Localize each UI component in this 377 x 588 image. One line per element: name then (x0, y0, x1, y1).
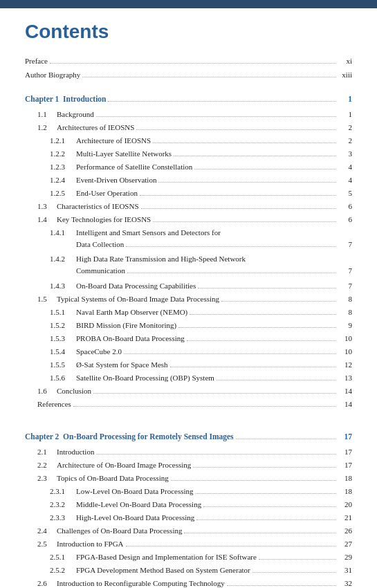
subsection-title-2-5-2: FPGA Development Method Based on System … (76, 564, 250, 576)
section-dots-1-4 (153, 221, 336, 222)
chapter-1: Chapter 1 Introduction1 (25, 93, 352, 106)
section-dots-2-2 (193, 467, 336, 468)
section-page-2-1: 17 (338, 446, 352, 458)
section-dots-1-2 (136, 129, 336, 130)
section-title-2-6: Introduction to Reconfigurable Computing… (57, 578, 225, 588)
preface-dots (50, 63, 336, 64)
subsection-dots-1-2-3 (194, 169, 336, 169)
subsection-1-2-1: 1.2.1Architecture of IEOSNS2 (50, 135, 352, 147)
subsection-title-1-5-1: Naval Earth Map Observer (NEMO) (76, 306, 187, 318)
subsection-1-2-5: 1.2.5End-User Operation5 (50, 187, 352, 199)
subsection-page-2-3-3: 21 (338, 512, 352, 524)
subsection-dots-1-5-3 (187, 340, 336, 341)
author-biography-page: xiii (338, 69, 352, 81)
subsection-title-1-2-5: End-User Operation (76, 187, 138, 199)
subsection-num-2-3-1: 2.3.1 (50, 486, 76, 497)
subsection-num-1-2-1: 1.2.1 (50, 135, 76, 147)
subsection-inner-1-4-1: 1.4.1Intelligent and Smart Sensors and D… (50, 227, 352, 252)
section-2-1: 2.1Introduction17 (37, 446, 352, 458)
subsection-1-5-5: 1.5.5Ø-Sat System for Space Mesh12 (50, 359, 352, 371)
subsection-dots-2-3-1 (196, 493, 336, 494)
section-dots-1-6 (93, 393, 336, 394)
section-num-1-6: 1.6 (37, 385, 57, 397)
page-content: Contents Preface xi Author Biography xii… (0, 8, 377, 588)
author-biography-dots (82, 77, 336, 77)
section-page-1-4: 6 (338, 214, 352, 226)
subsection-page-1-2-5: 5 (338, 187, 352, 199)
section-num-2-5: 2.5 (37, 538, 57, 550)
section-num-1-3: 1.3 (37, 201, 57, 212)
chapter-2-label: Chapter 2 (25, 431, 63, 443)
subsection-dots-2-5-2 (252, 572, 336, 573)
subsection-2-3-1: 2.3.1Low-Level On-Board Data Processing1… (50, 486, 352, 497)
section-num-1-2: 1.2 (37, 122, 57, 134)
subsection-num-1-2-4: 1.2.4 (50, 174, 76, 186)
subsection-line2-1-4-1: Data Collection7 (76, 239, 352, 250)
section-dots-1-5 (221, 301, 336, 302)
section-page-1-1: 1 (338, 109, 352, 120)
preface-page: xi (338, 55, 352, 67)
section-2-2: 2.2Architecture of On-Board Image Proces… (37, 459, 352, 471)
subsection-2-5-2: 2.5.2FPGA Development Method Based on Sy… (50, 564, 352, 576)
subsection-page-1-4-3: 7 (338, 280, 352, 292)
section-1-5: 1.5Typical Systems of On-Board Image Dat… (37, 293, 352, 305)
section-page-1-6: 14 (338, 385, 352, 397)
section-title-1-5: Typical Systems of On-Board Image Data P… (57, 293, 219, 305)
subsection-dots-2-3-2 (203, 506, 336, 507)
section-num-2-6: 2.6 (37, 578, 57, 588)
subsection-num-1-5-3: 1.5.3 (50, 333, 76, 344)
subsection-page-1-4-2: 7 (338, 265, 352, 277)
subsection-page-1-5-4: 10 (338, 346, 352, 358)
section-2-4: 2.4Challenges of On-Board Data Processin… (37, 525, 352, 537)
section-1-4: 1.4Key Technologies for IEOSNS6 (37, 214, 352, 226)
references-ch1: References14 (37, 398, 352, 410)
section-title-1-2: Architectures of IEOSNS (57, 122, 134, 134)
subsection-dots-1-2-5 (140, 195, 336, 196)
section-num-2-3: 2.3 (37, 472, 57, 484)
author-biography-label: Author Biography (25, 69, 80, 81)
subsection-page-2-3-1: 18 (338, 486, 352, 497)
subsection-title-2-5-1: FPGA-Based Design and Implementation for… (76, 551, 257, 563)
subsection-title-1-5-6: Satellite On-Board Processing (OBP) Syst… (76, 372, 214, 384)
subsection-title-2-3-3: High-Level On-Board Data Processing (76, 512, 194, 524)
subsection-num-2-5-1: 2.5.1 (50, 551, 76, 563)
section-dots-2-3 (171, 480, 336, 481)
subsection-num-1-2-2: 1.2.2 (50, 148, 76, 160)
subsection-page-1-5-3: 10 (338, 333, 352, 344)
subsection-title-1-4-3: On-Board Data Processing Capabilities (76, 280, 196, 292)
section-dots-2-5 (126, 546, 336, 546)
section-page-1-2: 2 (338, 122, 352, 134)
subsection-text-wrap-1-4-1: Intelligent and Smart Sensors and Detect… (76, 227, 352, 252)
chapter-2-dots (236, 439, 336, 439)
section-title-1-4: Key Technologies for IEOSNS (57, 214, 151, 226)
section-num-1-4: 1.4 (37, 214, 57, 226)
preface-line: Preface xi (25, 55, 352, 67)
chapter-1-dots (108, 101, 336, 102)
subsection-num-2-3-3: 2.3.3 (50, 512, 76, 524)
section-page-2-3: 18 (338, 472, 352, 484)
subsection-dots-1-2-4 (158, 182, 336, 183)
references-page-ch1: 14 (338, 398, 352, 410)
subsection-page-1-5-6: 13 (338, 372, 352, 384)
section-num-1-1: 1.1 (37, 109, 57, 120)
subsection-1-4-1: 1.4.1Intelligent and Smart Sensors and D… (50, 227, 352, 252)
subsection-dots-1-4-2 (127, 273, 336, 273)
section-page-2-6: 32 (338, 578, 352, 588)
subsection-line2-1-4-2: Communication7 (76, 265, 352, 277)
subsection-dots-2-5-1 (259, 559, 336, 560)
subsection-title-2-3-1: Low-Level On-Board Data Processing (76, 486, 194, 497)
section-title-1-6: Conclusion (57, 385, 91, 397)
section-page-2-4: 26 (338, 525, 352, 537)
section-1-2: 1.2Architectures of IEOSNS2 (37, 122, 352, 134)
references-label-ch1: References (37, 398, 71, 410)
section-page-1-5: 8 (338, 293, 352, 305)
section-1-1: 1.1Background1 (37, 109, 352, 120)
subsection-dots-1-2-1 (153, 143, 336, 143)
subsection-num-1-5-4: 1.5.4 (50, 346, 76, 358)
chapters-container: Chapter 1 Introduction11.1Background11.2… (25, 93, 352, 588)
section-dots-1-3 (141, 208, 336, 209)
subsection-num-1-5-6: 1.5.6 (50, 372, 76, 384)
section-title-2-1: Introduction (57, 446, 94, 458)
subsection-title-1-5-5: Ø-Sat System for Space Mesh (76, 359, 168, 371)
subsection-inner-1-4-2: 1.4.2High Data Rate Transmission and Hig… (50, 253, 352, 278)
